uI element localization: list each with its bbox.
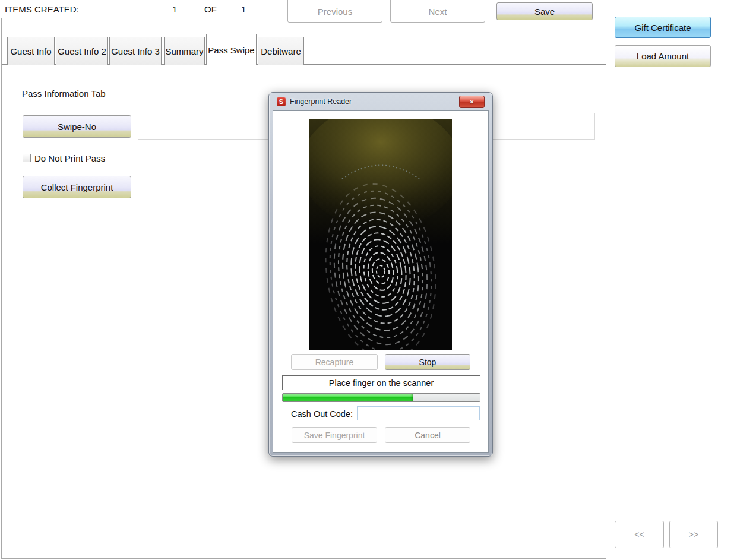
close-icon[interactable]: ✕ bbox=[459, 96, 485, 108]
items-created-of: OF bbox=[204, 4, 217, 14]
tab-summary[interactable]: Summary bbox=[164, 37, 205, 65]
app-icon: S bbox=[277, 97, 286, 106]
cash-out-code-input[interactable] bbox=[357, 406, 480, 420]
cancel-button[interactable]: Cancel bbox=[385, 427, 470, 443]
tab-pass-swipe[interactable]: Pass Swipe bbox=[206, 34, 257, 65]
load-amount-button[interactable]: Load Amount bbox=[615, 45, 711, 67]
recapture-button[interactable]: Recapture bbox=[291, 354, 378, 370]
items-created-label: ITEMS CREATED: bbox=[5, 4, 79, 14]
progress-fill bbox=[283, 394, 413, 401]
swipe-no-button[interactable]: Swipe-No bbox=[23, 115, 131, 138]
do-not-print-label: Do Not Print Pass bbox=[34, 153, 105, 163]
collect-fingerprint-button[interactable]: Collect Fingerprint bbox=[23, 176, 131, 198]
items-created-current: 1 bbox=[172, 4, 177, 14]
do-not-print-checkbox[interactable] bbox=[23, 154, 31, 162]
scanner-status-text: Place finger on the scanner bbox=[282, 375, 480, 390]
cash-out-code-label: Cash Out Code: bbox=[282, 409, 353, 419]
gift-certificate-button[interactable]: Gift Certificate bbox=[615, 17, 711, 38]
dialog-titlebar[interactable]: S Fingerprint Reader ✕ bbox=[269, 93, 492, 110]
fingerprint-reader-dialog: S Fingerprint Reader ✕ bbox=[268, 92, 493, 457]
fingerprint-image bbox=[309, 119, 452, 350]
app-window: ITEMS CREATED: 1 OF 1 Previous Next Save… bbox=[0, 0, 737, 560]
pass-information-title: Pass Information Tab bbox=[22, 88, 106, 99]
page-forward-button[interactable]: >> bbox=[669, 521, 718, 548]
scan-progress-bar bbox=[282, 393, 480, 402]
save-fingerprint-button[interactable]: Save Fingerprint bbox=[292, 427, 377, 443]
tab-guest-info-2[interactable]: Guest Info 2 bbox=[56, 37, 108, 65]
stop-button[interactable]: Stop bbox=[385, 354, 470, 370]
page-back-button[interactable]: << bbox=[615, 521, 664, 548]
dialog-title: Fingerprint Reader bbox=[290, 97, 352, 106]
items-created-total: 1 bbox=[241, 4, 246, 14]
tab-guest-info[interactable]: Guest Info bbox=[7, 37, 55, 65]
tab-debitware[interactable]: Debitware bbox=[258, 37, 304, 65]
dialog-client-area: Recapture Stop Place finger on the scann… bbox=[273, 110, 489, 453]
tab-guest-info-3[interactable]: Guest Info 3 bbox=[109, 37, 162, 65]
